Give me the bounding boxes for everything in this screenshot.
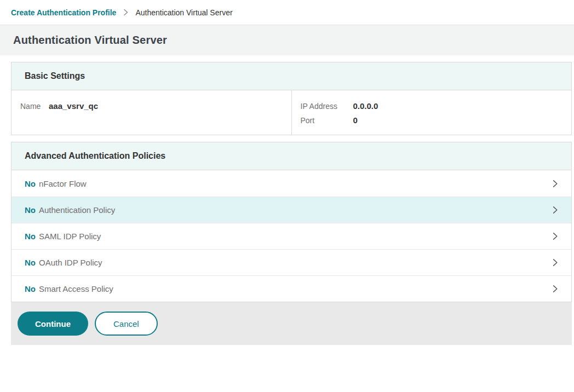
page-title: Authentication Virtual Server [13, 34, 167, 47]
breadcrumb: Create Authentication Profile Authentica… [0, 0, 574, 25]
basic-settings-left-column: Name aaa_vsrv_qc [12, 90, 291, 135]
basic-settings-header: Basic Settings [12, 62, 571, 90]
name-label: Name [20, 102, 49, 111]
policy-count-badge: No [25, 179, 36, 188]
advanced-policies-body: No nFactor Flow No Authentication Policy… [12, 170, 571, 302]
policy-count-badge: No [25, 258, 36, 267]
policy-label: nFactor Flow [39, 179, 551, 188]
ip-address-field: IP Address 0.0.0.0 [301, 101, 563, 111]
chevron-right-icon [551, 232, 559, 240]
page-title-bar: Authentication Virtual Server [0, 25, 574, 55]
basic-settings-right-column: IP Address 0.0.0.0 Port 0 [291, 90, 572, 135]
port-label: Port [301, 116, 353, 125]
chevron-right-icon [551, 285, 559, 293]
policy-count-badge: No [25, 232, 36, 241]
policy-row-smart-access-policy[interactable]: No Smart Access Policy [12, 275, 571, 302]
advanced-policies-title: Advanced Authentication Policies [25, 151, 165, 161]
advanced-policies-header: Advanced Authentication Policies [12, 142, 571, 170]
policy-row-authentication-policy[interactable]: No Authentication Policy [12, 197, 571, 223]
breadcrumb-chevron-icon [123, 9, 129, 16]
ip-address-label: IP Address [301, 102, 353, 111]
continue-button[interactable]: Continue [18, 312, 88, 336]
chevron-right-icon [551, 180, 559, 188]
policy-count-badge: No [25, 284, 36, 293]
policy-row-saml-idp-policy[interactable]: No SAML IDP Policy [12, 223, 571, 249]
policy-row-nfactor-flow[interactable]: No nFactor Flow [12, 170, 571, 197]
action-bar: Continue Cancel [11, 302, 572, 345]
breadcrumb-link-create-authentication-profile[interactable]: Create Authentication Profile [11, 8, 116, 17]
policy-label: Authentication Policy [39, 205, 551, 215]
cancel-button[interactable]: Cancel [95, 312, 158, 336]
policy-label: OAuth IDP Policy [39, 258, 551, 267]
basic-settings-panel: Basic Settings Name aaa_vsrv_qc IP Addre… [11, 62, 572, 135]
policy-label: SAML IDP Policy [39, 232, 551, 241]
chevron-right-icon [551, 258, 559, 267]
advanced-authentication-policies-panel: Advanced Authentication Policies No nFac… [11, 142, 572, 302]
policy-count-badge: No [25, 205, 36, 215]
basic-settings-title: Basic Settings [25, 71, 85, 81]
breadcrumb-current-page: Authentication Virtual Server [135, 8, 232, 17]
name-value: aaa_vsrv_qc [49, 101, 98, 111]
policy-row-oauth-idp-policy[interactable]: No OAuth IDP Policy [12, 249, 571, 275]
ip-address-value: 0.0.0.0 [353, 101, 378, 111]
basic-settings-body: Name aaa_vsrv_qc IP Address 0.0.0.0 Port… [12, 90, 571, 135]
name-field: Name aaa_vsrv_qc [20, 101, 283, 111]
port-field: Port 0 [301, 116, 563, 125]
chevron-right-icon [551, 206, 559, 214]
policy-label: Smart Access Policy [39, 284, 551, 293]
port-value: 0 [353, 116, 358, 125]
